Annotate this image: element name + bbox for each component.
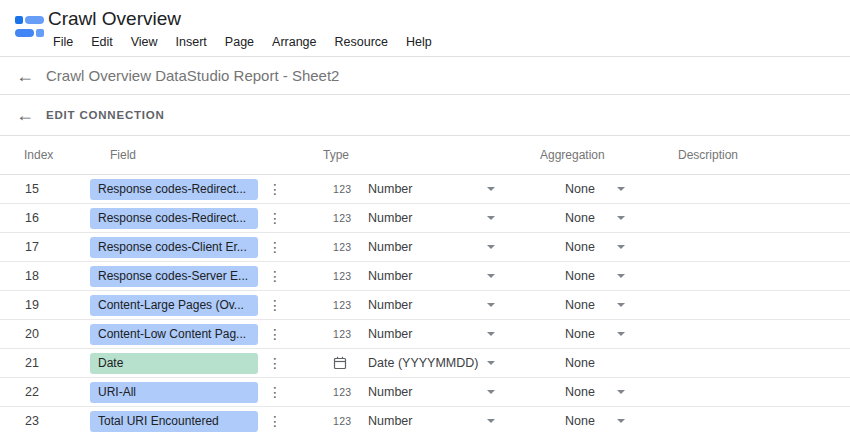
menu-page[interactable]: Page [216,31,263,53]
type-cell: 123 Number [320,320,535,348]
aggregation-label[interactable]: None [565,356,595,370]
field-chip[interactable]: Date [90,353,258,374]
menu-file[interactable]: File [44,31,82,53]
field-chip[interactable]: URI-All [90,382,258,403]
row-index: 22 [0,378,90,406]
type-label[interactable]: Number [368,211,412,225]
type-cell: 123 Number [320,233,535,261]
app-title: Crawl Overview [48,8,181,30]
field-options-icon[interactable]: ⋮ [268,210,278,226]
field-options-icon[interactable]: ⋮ [268,181,278,197]
back-arrow-icon[interactable]: ← [13,67,37,85]
type-dropdown-arrow[interactable] [487,216,495,220]
field-options-icon[interactable]: ⋮ [268,239,278,255]
table-row: 19 Content-Large Pages (Ov... ⋮ 123 Numb… [0,291,850,320]
aggregation-label[interactable]: None [565,211,595,225]
column-header-description: Description [675,148,850,162]
menu-insert[interactable]: Insert [167,31,216,53]
aggregation-label[interactable]: None [565,414,595,428]
aggregation-dropdown-arrow[interactable] [617,274,625,278]
aggregation-dropdown-arrow[interactable] [617,303,625,307]
type-label[interactable]: Date (YYYYMMDD) [368,356,478,370]
menu-view[interactable]: View [122,31,167,53]
type-cell: 123 Number [320,407,535,434]
field-options-icon[interactable]: ⋮ [268,413,278,429]
field-cell: Total URI Encountered ⋮ [90,407,320,434]
field-chip[interactable]: Response codes-Client Er... [90,237,258,258]
type-dropdown-arrow[interactable] [487,361,495,365]
field-options-icon[interactable]: ⋮ [268,355,278,371]
type-icon-slot: 123 [333,328,355,340]
aggregation-label[interactable]: None [565,298,595,312]
menu-arrange[interactable]: Arrange [263,31,325,53]
field-options-icon[interactable]: ⋮ [268,326,278,342]
type-dropdown-arrow[interactable] [487,390,495,394]
row-index: 16 [0,204,90,232]
field-chip[interactable]: Total URI Encountered [90,411,258,432]
field-chip[interactable]: Response codes-Server E... [90,266,258,287]
description-cell [675,175,850,203]
type-label[interactable]: Number [368,298,412,312]
menu-resource[interactable]: Resource [326,31,398,53]
type-cell: 123 Number [320,291,535,319]
type-dropdown-arrow[interactable] [487,419,495,423]
field-options-icon[interactable]: ⋮ [268,384,278,400]
type-label[interactable]: Number [368,269,412,283]
aggregation-dropdown-arrow[interactable] [617,245,625,249]
type-dropdown-arrow[interactable] [487,245,495,249]
aggregation-cell: None [535,407,675,434]
type-dropdown-arrow[interactable] [487,303,495,307]
column-header-type: Type [320,148,535,162]
type-label[interactable]: Number [368,414,412,428]
column-header-index: Index [0,148,90,162]
field-table-body: 15 Response codes-Redirect... ⋮ 123 Numb… [0,175,850,434]
aggregation-dropdown-arrow[interactable] [617,390,625,394]
back-arrow-icon[interactable]: ← [13,106,37,124]
table-row: 17 Response codes-Client Er... ⋮ 123 Num… [0,233,850,262]
field-options-icon[interactable]: ⋮ [268,268,278,284]
field-cell: Response codes-Server E... ⋮ [90,262,320,290]
field-options-icon[interactable]: ⋮ [268,297,278,313]
field-chip[interactable]: Content-Large Pages (Ov... [90,295,258,316]
description-cell [675,204,850,232]
field-chip[interactable]: Response codes-Redirect... [90,179,258,200]
field-cell: URI-All ⋮ [90,378,320,406]
row-index: 20 [0,320,90,348]
type-cell: 123 Number [320,204,535,232]
edit-connection-bar: ← EDIT CONNECTION [0,95,850,136]
description-cell [675,349,850,377]
table-row: 23 Total URI Encountered ⋮ 123 Number No… [0,407,850,434]
table-row: 15 Response codes-Redirect... ⋮ 123 Numb… [0,175,850,204]
type-dropdown-arrow[interactable] [487,274,495,278]
aggregation-label[interactable]: None [565,327,595,341]
field-cell: Date ⋮ [90,349,320,377]
type-icon-slot: 123 [333,212,355,224]
field-chip[interactable]: Content-Low Content Pag... [90,324,258,345]
field-chip[interactable]: Response codes-Redirect... [90,208,258,229]
description-cell [675,291,850,319]
aggregation-dropdown-arrow[interactable] [617,332,625,336]
aggregation-dropdown-arrow[interactable] [617,216,625,220]
type-label[interactable]: Number [368,327,412,341]
type-icon-slot [333,356,355,370]
aggregation-cell: None [535,320,675,348]
type-label[interactable]: Number [368,182,412,196]
number-type-icon: 123 [333,183,351,195]
type-dropdown-arrow[interactable] [487,332,495,336]
type-dropdown-arrow[interactable] [487,187,495,191]
menu-help[interactable]: Help [397,31,441,53]
number-type-icon: 123 [333,386,351,398]
description-cell [675,262,850,290]
aggregation-label[interactable]: None [565,385,595,399]
type-label[interactable]: Number [368,385,412,399]
table-row: 21 Date ⋮ Date (YYYYMMDD) None [0,349,850,378]
row-index: 21 [0,349,90,377]
calendar-icon [333,356,347,370]
aggregation-dropdown-arrow[interactable] [617,187,625,191]
type-label[interactable]: Number [368,240,412,254]
aggregation-label[interactable]: None [565,240,595,254]
aggregation-label[interactable]: None [565,269,595,283]
aggregation-dropdown-arrow[interactable] [617,419,625,423]
aggregation-label[interactable]: None [565,182,595,196]
menu-edit[interactable]: Edit [82,31,122,53]
